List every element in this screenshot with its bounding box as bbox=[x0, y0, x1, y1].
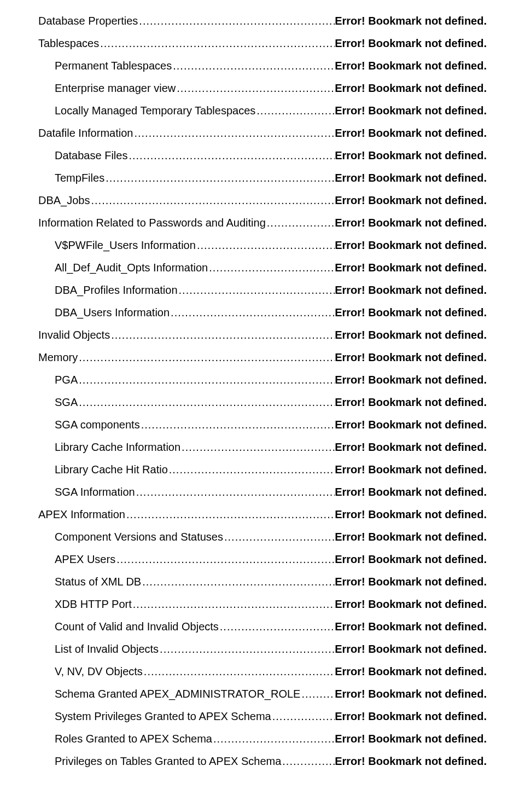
toc-error-status: Error! Bookmark not defined. bbox=[335, 463, 487, 476]
toc-error-status: Error! Bookmark not defined. bbox=[335, 82, 487, 95]
toc-error-status: Error! Bookmark not defined. bbox=[335, 665, 487, 678]
toc-entry: Component Versions and Statuses.........… bbox=[38, 526, 487, 548]
toc-error-status: Error! Bookmark not defined. bbox=[335, 643, 487, 656]
toc-entry: Information Related to Passwords and Aud… bbox=[38, 212, 487, 234]
toc-error-status: Error! Bookmark not defined. bbox=[335, 105, 487, 117]
toc-entry-title: Permanent Tablespaces bbox=[55, 60, 172, 72]
toc-entry: SGA components..........................… bbox=[38, 414, 487, 436]
toc-error-status: Error! Bookmark not defined. bbox=[335, 441, 487, 454]
toc-entry-title: Component Versions and Statuses bbox=[55, 531, 223, 543]
toc-entry: DBA_Users Information...................… bbox=[38, 301, 487, 324]
toc-entry-title: Privileges on Tables Granted to APEX Sch… bbox=[55, 755, 281, 768]
toc-error-status: Error! Bookmark not defined. bbox=[335, 486, 487, 498]
toc-entry-title: APEX Users bbox=[55, 553, 115, 566]
toc-error-status: Error! Bookmark not defined. bbox=[335, 688, 487, 700]
toc-error-status: Error! Bookmark not defined. bbox=[335, 710, 487, 723]
toc-error-status: Error! Bookmark not defined. bbox=[335, 620, 487, 633]
toc-entry: Permanent Tablespaces...................… bbox=[38, 55, 487, 77]
toc-entry: Library Cache Information...............… bbox=[38, 436, 487, 459]
toc-entry: SGA Information.........................… bbox=[38, 481, 487, 503]
toc-leader-dots: ........................................… bbox=[115, 553, 335, 566]
toc-error-status: Error! Bookmark not defined. bbox=[335, 733, 487, 745]
toc-entry: Library Cache Hit Ratio.................… bbox=[38, 459, 487, 481]
toc-entry-title: Roles Granted to APEX Schema bbox=[55, 733, 212, 745]
toc-entry: All_Def_Audit_Opts Information..........… bbox=[38, 257, 487, 279]
toc-entry-title: System Privileges Granted to APEX Schema bbox=[55, 710, 271, 723]
toc-entry-title: SGA bbox=[55, 396, 78, 409]
toc-leader-dots: ........................................… bbox=[78, 396, 335, 409]
toc-leader-dots: ........................................… bbox=[99, 37, 335, 50]
toc-error-status: Error! Bookmark not defined. bbox=[335, 351, 487, 364]
toc-leader-dots: ........................................… bbox=[78, 374, 335, 386]
toc-page: Database Properties.....................… bbox=[0, 0, 525, 789]
toc-entry-title: Invalid Objects bbox=[38, 329, 110, 341]
toc-error-status: Error! Bookmark not defined. bbox=[335, 239, 487, 252]
toc-leader-dots: ........................................… bbox=[168, 463, 335, 476]
toc-entry-title: Database Properties bbox=[38, 15, 138, 27]
toc-leader-dots: ........................................… bbox=[132, 598, 335, 611]
toc-entry-title: DBA_Jobs bbox=[38, 194, 90, 207]
toc-entry-title: DBA_Users Information bbox=[55, 306, 170, 319]
toc-entry: Tablespaces.............................… bbox=[38, 32, 487, 55]
toc-error-status: Error! Bookmark not defined. bbox=[335, 755, 487, 768]
toc-entry-title: TempFiles bbox=[55, 172, 104, 184]
toc-entry: APEX Information........................… bbox=[38, 503, 487, 526]
toc-leader-dots: ........................................… bbox=[110, 329, 335, 341]
toc-error-status: Error! Bookmark not defined. bbox=[335, 508, 487, 521]
toc-entry: SGA.....................................… bbox=[38, 391, 487, 414]
toc-entry: Memory..................................… bbox=[38, 346, 487, 369]
toc-error-status: Error! Bookmark not defined. bbox=[335, 598, 487, 611]
toc-entry-title: Memory bbox=[38, 351, 78, 364]
toc-entry: V, NV, DV Objects.......................… bbox=[38, 660, 487, 683]
toc-leader-dots: ........................................… bbox=[140, 419, 335, 431]
toc-leader-dots: ........................................… bbox=[143, 665, 335, 678]
toc-entry-title: Information Related to Passwords and Aud… bbox=[38, 217, 266, 229]
toc-entry: Database Properties.....................… bbox=[38, 10, 487, 32]
toc-leader-dots: ........................................… bbox=[180, 441, 335, 454]
toc-entry: Roles Granted to APEX Schema............… bbox=[38, 728, 487, 750]
toc-error-status: Error! Bookmark not defined. bbox=[335, 374, 487, 386]
toc-entry-title: Enterprise manager view bbox=[55, 82, 176, 95]
toc-entry: DBA_Jobs................................… bbox=[38, 189, 487, 212]
toc-entry: Count of Valid and Invalid Objects......… bbox=[38, 616, 487, 638]
toc-entry: System Privileges Granted to APEX Schema… bbox=[38, 705, 487, 728]
toc-entry: Database Files..........................… bbox=[38, 144, 487, 167]
toc-error-status: Error! Bookmark not defined. bbox=[335, 37, 487, 50]
toc-error-status: Error! Bookmark not defined. bbox=[335, 149, 487, 162]
toc-entry-title: Status of XML DB bbox=[55, 576, 141, 588]
toc-error-status: Error! Bookmark not defined. bbox=[335, 419, 487, 431]
toc-error-status: Error! Bookmark not defined. bbox=[335, 172, 487, 184]
toc-leader-dots: ........................................… bbox=[78, 351, 335, 364]
toc-error-status: Error! Bookmark not defined. bbox=[335, 576, 487, 588]
toc-error-status: Error! Bookmark not defined. bbox=[335, 127, 487, 140]
toc-error-status: Error! Bookmark not defined. bbox=[335, 306, 487, 319]
toc-entry: Datafile Information....................… bbox=[38, 122, 487, 144]
toc-error-status: Error! Bookmark not defined. bbox=[335, 262, 487, 274]
toc-leader-dots: ........................................… bbox=[178, 284, 335, 297]
toc-entry-title: XDB HTTP Port bbox=[55, 598, 132, 611]
toc-entry-title: Datafile Information bbox=[38, 127, 133, 140]
toc-entry-title: All_Def_Audit_Opts Information bbox=[55, 262, 208, 274]
toc-error-status: Error! Bookmark not defined. bbox=[335, 396, 487, 409]
toc-entry-title: Tablespaces bbox=[38, 37, 99, 50]
toc-leader-dots: ........................................… bbox=[219, 620, 335, 633]
toc-entry: TempFiles...............................… bbox=[38, 167, 487, 189]
toc-leader-dots: ........................................… bbox=[300, 688, 335, 700]
toc-leader-dots: ........................................… bbox=[127, 149, 335, 162]
toc-entry: DBA_Profiles Information................… bbox=[38, 279, 487, 301]
toc-entry-title: Database Files bbox=[55, 149, 127, 162]
toc-leader-dots: ........................................… bbox=[125, 508, 335, 521]
toc-leader-dots: ........................................… bbox=[196, 239, 335, 252]
toc-leader-dots: ........................................… bbox=[208, 262, 335, 274]
toc-entry: V$PWFile_Users Information..............… bbox=[38, 234, 487, 257]
toc-leader-dots: ........................................… bbox=[266, 217, 335, 229]
toc-entry: XDB HTTP Port...........................… bbox=[38, 593, 487, 616]
toc-entry: Enterprise manager view.................… bbox=[38, 77, 487, 100]
toc-error-status: Error! Bookmark not defined. bbox=[335, 329, 487, 341]
toc-leader-dots: ........................................… bbox=[172, 60, 335, 72]
toc-entry-title: SGA components bbox=[55, 419, 140, 431]
toc-entry-title: PGA bbox=[55, 374, 78, 386]
toc-leader-dots: ........................................… bbox=[176, 82, 335, 95]
toc-leader-dots: ........................................… bbox=[212, 733, 335, 745]
toc-error-status: Error! Bookmark not defined. bbox=[335, 531, 487, 543]
